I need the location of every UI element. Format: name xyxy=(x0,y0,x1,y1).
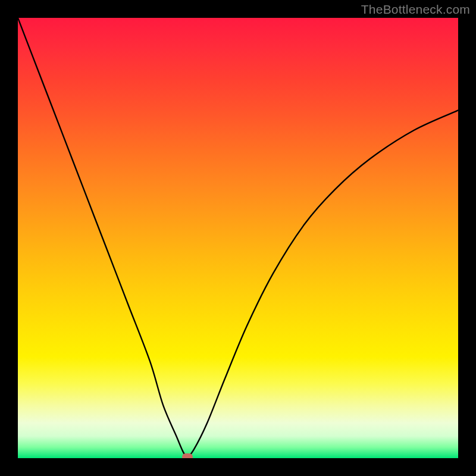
watermark-text: TheBottleneck.com xyxy=(361,2,470,17)
optimal-point-marker xyxy=(182,453,193,458)
plot-area xyxy=(18,18,458,458)
chart-frame: TheBottleneck.com xyxy=(0,0,476,476)
bottleneck-curve xyxy=(18,18,458,458)
